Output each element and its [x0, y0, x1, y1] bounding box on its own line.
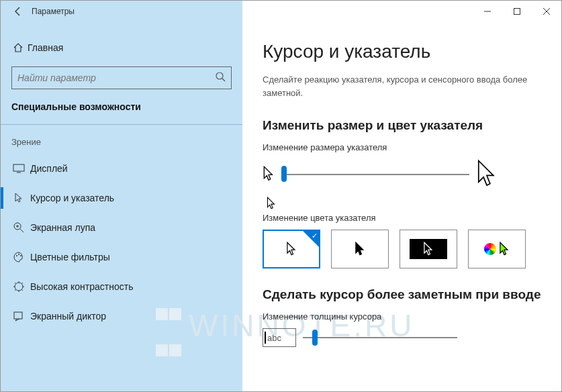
sidebar-item-label: Дисплей [30, 163, 68, 174]
maximize-button[interactable] [502, 1, 532, 22]
slider-handle[interactable] [281, 166, 287, 182]
text-caret-icon [265, 332, 266, 344]
svg-rect-24 [14, 312, 22, 319]
pointer-color-white[interactable]: ✓ [263, 230, 320, 268]
cursor-thickness-label: Изменение толщины курсора [263, 311, 541, 322]
contrast-icon [13, 281, 30, 293]
sidebar-item-color-filters[interactable]: Цветные фильтры [1, 242, 242, 272]
narrator-icon [13, 310, 30, 322]
display-icon [13, 162, 30, 175]
svg-line-22 [15, 290, 16, 291]
sidebar-item-high-contrast[interactable]: Высокая контрастность [1, 272, 242, 301]
search-input[interactable] [17, 72, 215, 83]
page-description: Сделайте реакцию указателя, курсора и се… [263, 73, 541, 99]
pointer-size-row [263, 159, 541, 189]
cursor-icon [13, 192, 30, 204]
home-button[interactable]: Главная [1, 34, 242, 61]
svg-point-4 [216, 72, 223, 79]
svg-line-5 [222, 79, 225, 81]
svg-line-23 [22, 283, 24, 284]
svg-rect-6 [13, 164, 24, 171]
cursor-thickness-row: abc [263, 328, 541, 347]
sidebar-item-cursor[interactable]: Курсор и указатель [1, 183, 242, 213]
close-button[interactable] [532, 1, 561, 22]
sidebar: Главная Специальные возможности Зрение Д… [1, 22, 242, 391]
sidebar-item-label: Экранная лупа [30, 222, 95, 233]
svg-point-14 [20, 255, 21, 256]
pointer-color-options: ✓ [263, 230, 541, 268]
titlebar: Параметры [1, 1, 561, 22]
large-cursor-icon [476, 159, 498, 189]
sidebar-item-label: Цветные фильтры [30, 252, 110, 262]
cursor-thickness-slider[interactable] [303, 330, 457, 346]
home-label: Главная [28, 42, 63, 53]
svg-point-13 [18, 254, 19, 255]
content: Курсор и указатель Сделайте реакцию указ… [242, 22, 561, 391]
divider [1, 124, 242, 125]
pointer-size-slider[interactable] [281, 166, 469, 182]
sidebar-item-display[interactable]: Дисплей [1, 154, 242, 183]
minimize-button[interactable] [473, 1, 502, 22]
palette-icon [13, 251, 30, 263]
titlebar-left: Параметры [1, 1, 242, 22]
sidebar-item-label: Курсор и указатель [30, 193, 114, 203]
svg-line-21 [22, 290, 24, 291]
pointer-color-label: Изменение цвета указателя [263, 213, 541, 223]
svg-line-9 [20, 229, 24, 232]
slider-handle[interactable] [312, 330, 318, 346]
page-title: Курсор и указатель [263, 41, 541, 62]
overlay-cursor-icon [267, 197, 541, 213]
sidebar-item-narrator[interactable]: Экранный диктор [1, 301, 242, 331]
search-icon [215, 71, 226, 85]
window-title: Параметры [32, 7, 75, 16]
magnifier-icon [13, 222, 30, 234]
size-color-heading: Изменить размер и цвет указателя [263, 118, 541, 133]
sidebar-item-label: Высокая контрастность [30, 281, 133, 292]
svg-point-15 [15, 283, 23, 291]
color-wheel-icon [484, 243, 496, 255]
home-icon [13, 42, 28, 53]
pointer-color-custom[interactable] [468, 230, 526, 268]
back-button[interactable] [9, 6, 28, 17]
pointer-size-label: Изменение размера указателя [263, 142, 541, 152]
pointer-color-inverted[interactable] [400, 230, 457, 268]
svg-rect-1 [514, 9, 520, 15]
cursor-thickness-heading: Сделать курсор более заметным при вводе [263, 287, 541, 302]
small-cursor-icon [263, 166, 275, 182]
cursor-thickness-preview: abc [263, 328, 296, 347]
sidebar-item-label: Экранный диктор [30, 311, 106, 322]
cursor-thickness-preview-text: abc [267, 333, 281, 343]
pointer-color-black[interactable] [331, 230, 389, 268]
svg-point-12 [16, 255, 17, 256]
window-controls [242, 1, 561, 22]
group-label: Зрение [1, 134, 242, 154]
sidebar-item-magnifier[interactable]: Экранная лупа [1, 213, 242, 242]
section-heading: Специальные возможности [1, 99, 242, 124]
search-box[interactable] [11, 66, 232, 89]
svg-line-20 [15, 283, 16, 284]
main: Главная Специальные возможности Зрение Д… [1, 22, 561, 391]
